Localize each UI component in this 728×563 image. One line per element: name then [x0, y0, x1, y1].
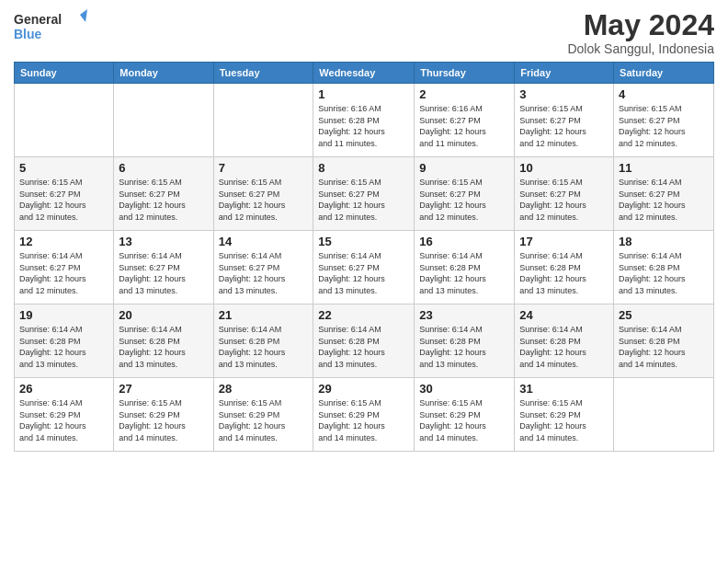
week-row-4: 26Sunrise: 6:14 AM Sunset: 6:29 PM Dayli… — [15, 378, 714, 452]
header-monday: Monday — [114, 63, 213, 84]
header: General Blue May 2024 Dolok Sanggul, Ind… — [14, 9, 714, 56]
calendar-cell-4-4: 30Sunrise: 6:15 AM Sunset: 6:29 PM Dayli… — [415, 378, 515, 452]
day-number: 3 — [519, 87, 609, 101]
logo-svg: General Blue — [14, 9, 87, 42]
day-number: 17 — [519, 235, 609, 248]
day-info: Sunrise: 6:14 AM Sunset: 6:28 PM Dayligh… — [519, 250, 609, 296]
day-info: Sunrise: 6:15 AM Sunset: 6:27 PM Dayligh… — [419, 177, 509, 223]
calendar-cell-1-4: 9Sunrise: 6:15 AM Sunset: 6:27 PM Daylig… — [415, 157, 515, 231]
header-wednesday: Wednesday — [313, 63, 415, 84]
calendar-cell-2-2: 14Sunrise: 6:14 AM Sunset: 6:27 PM Dayli… — [213, 231, 313, 304]
day-info: Sunrise: 6:14 AM Sunset: 6:28 PM Dayligh… — [519, 324, 609, 370]
day-number: 18 — [619, 235, 709, 248]
day-number: 9 — [419, 161, 509, 175]
day-info: Sunrise: 6:14 AM Sunset: 6:28 PM Dayligh… — [19, 324, 108, 370]
day-number: 30 — [419, 382, 509, 396]
calendar-cell-1-3: 8Sunrise: 6:15 AM Sunset: 6:27 PM Daylig… — [313, 157, 415, 231]
header-saturday: Saturday — [614, 63, 714, 84]
day-info: Sunrise: 6:15 AM Sunset: 6:29 PM Dayligh… — [519, 397, 609, 443]
month-title: May 2024 — [567, 9, 714, 41]
day-number: 28 — [219, 382, 309, 396]
day-number: 10 — [519, 161, 609, 175]
day-number: 12 — [19, 235, 108, 248]
day-number: 20 — [119, 308, 208, 322]
header-sunday: Sunday — [15, 63, 114, 84]
calendar-cell-2-6: 18Sunrise: 6:14 AM Sunset: 6:28 PM Dayli… — [614, 231, 714, 304]
week-row-1: 5Sunrise: 6:15 AM Sunset: 6:27 PM Daylig… — [15, 157, 714, 231]
calendar-cell-4-3: 29Sunrise: 6:15 AM Sunset: 6:29 PM Dayli… — [313, 378, 415, 452]
calendar-cell-0-0 — [15, 84, 114, 157]
calendar-cell-3-1: 20Sunrise: 6:14 AM Sunset: 6:28 PM Dayli… — [114, 304, 213, 378]
calendar-cell-1-5: 10Sunrise: 6:15 AM Sunset: 6:27 PM Dayli… — [515, 157, 614, 231]
svg-text:Blue: Blue — [14, 27, 42, 41]
calendar-cell-2-5: 17Sunrise: 6:14 AM Sunset: 6:28 PM Dayli… — [515, 231, 614, 304]
calendar-cell-2-4: 16Sunrise: 6:14 AM Sunset: 6:28 PM Dayli… — [415, 231, 515, 304]
day-number: 27 — [119, 382, 208, 396]
calendar-table: Sunday Monday Tuesday Wednesday Thursday… — [14, 62, 714, 452]
day-info: Sunrise: 6:15 AM Sunset: 6:29 PM Dayligh… — [419, 397, 509, 443]
calendar-cell-0-6: 4Sunrise: 6:15 AM Sunset: 6:27 PM Daylig… — [614, 84, 714, 157]
calendar-cell-4-2: 28Sunrise: 6:15 AM Sunset: 6:29 PM Dayli… — [213, 378, 313, 452]
week-row-3: 19Sunrise: 6:14 AM Sunset: 6:28 PM Dayli… — [15, 304, 714, 378]
day-info: Sunrise: 6:15 AM Sunset: 6:27 PM Dayligh… — [219, 177, 309, 223]
day-info: Sunrise: 6:14 AM Sunset: 6:28 PM Dayligh… — [419, 250, 509, 296]
day-info: Sunrise: 6:14 AM Sunset: 6:28 PM Dayligh… — [619, 250, 709, 296]
day-number: 19 — [19, 308, 108, 322]
calendar-cell-1-0: 5Sunrise: 6:15 AM Sunset: 6:27 PM Daylig… — [15, 157, 114, 231]
day-number: 2 — [419, 87, 509, 101]
day-info: Sunrise: 6:15 AM Sunset: 6:29 PM Dayligh… — [119, 397, 208, 443]
day-info: Sunrise: 6:15 AM Sunset: 6:27 PM Dayligh… — [619, 103, 709, 149]
day-info: Sunrise: 6:16 AM Sunset: 6:27 PM Dayligh… — [419, 103, 509, 149]
header-tuesday: Tuesday — [213, 63, 313, 84]
weekday-header-row: Sunday Monday Tuesday Wednesday Thursday… — [15, 63, 714, 84]
week-row-0: 1Sunrise: 6:16 AM Sunset: 6:28 PM Daylig… — [15, 84, 714, 157]
day-info: Sunrise: 6:14 AM Sunset: 6:27 PM Dayligh… — [619, 177, 709, 223]
day-number: 15 — [318, 235, 409, 248]
day-info: Sunrise: 6:14 AM Sunset: 6:28 PM Dayligh… — [419, 324, 509, 370]
calendar-cell-1-1: 6Sunrise: 6:15 AM Sunset: 6:27 PM Daylig… — [114, 157, 213, 231]
day-number: 31 — [519, 382, 609, 396]
calendar-cell-4-1: 27Sunrise: 6:15 AM Sunset: 6:29 PM Dayli… — [114, 378, 213, 452]
day-info: Sunrise: 6:14 AM Sunset: 6:28 PM Dayligh… — [219, 324, 309, 370]
header-thursday: Thursday — [415, 63, 515, 84]
calendar-cell-2-0: 12Sunrise: 6:14 AM Sunset: 6:27 PM Dayli… — [15, 231, 114, 304]
day-number: 13 — [119, 235, 208, 248]
week-row-2: 12Sunrise: 6:14 AM Sunset: 6:27 PM Dayli… — [15, 231, 714, 304]
day-number: 7 — [219, 161, 309, 175]
calendar-cell-3-6: 25Sunrise: 6:14 AM Sunset: 6:28 PM Dayli… — [614, 304, 714, 378]
day-info: Sunrise: 6:15 AM Sunset: 6:27 PM Dayligh… — [519, 103, 609, 149]
calendar-cell-0-2 — [213, 84, 313, 157]
day-number: 5 — [19, 161, 108, 175]
location: Dolok Sanggul, Indonesia — [567, 41, 714, 56]
day-info: Sunrise: 6:15 AM Sunset: 6:27 PM Dayligh… — [19, 177, 108, 223]
day-number: 6 — [119, 161, 208, 175]
day-number: 16 — [419, 235, 509, 248]
day-number: 21 — [219, 308, 309, 322]
day-info: Sunrise: 6:15 AM Sunset: 6:27 PM Dayligh… — [519, 177, 609, 223]
day-number: 4 — [619, 87, 709, 101]
day-number: 29 — [318, 382, 409, 396]
day-number: 8 — [318, 161, 409, 175]
day-number: 1 — [318, 87, 409, 101]
calendar-cell-3-5: 24Sunrise: 6:14 AM Sunset: 6:28 PM Dayli… — [515, 304, 614, 378]
day-info: Sunrise: 6:14 AM Sunset: 6:27 PM Dayligh… — [19, 250, 108, 296]
header-friday: Friday — [515, 63, 614, 84]
day-number: 23 — [419, 308, 509, 322]
day-info: Sunrise: 6:16 AM Sunset: 6:28 PM Dayligh… — [318, 103, 409, 149]
calendar-cell-3-0: 19Sunrise: 6:14 AM Sunset: 6:28 PM Dayli… — [15, 304, 114, 378]
day-info: Sunrise: 6:14 AM Sunset: 6:27 PM Dayligh… — [318, 250, 409, 296]
calendar-cell-1-6: 11Sunrise: 6:14 AM Sunset: 6:27 PM Dayli… — [614, 157, 714, 231]
calendar-cell-3-3: 22Sunrise: 6:14 AM Sunset: 6:28 PM Dayli… — [313, 304, 415, 378]
day-info: Sunrise: 6:15 AM Sunset: 6:29 PM Dayligh… — [219, 397, 309, 443]
calendar-cell-1-2: 7Sunrise: 6:15 AM Sunset: 6:27 PM Daylig… — [213, 157, 313, 231]
calendar-cell-4-5: 31Sunrise: 6:15 AM Sunset: 6:29 PM Dayli… — [515, 378, 614, 452]
day-info: Sunrise: 6:14 AM Sunset: 6:28 PM Dayligh… — [318, 324, 409, 370]
calendar-cell-4-0: 26Sunrise: 6:14 AM Sunset: 6:29 PM Dayli… — [15, 378, 114, 452]
day-number: 24 — [519, 308, 609, 322]
day-number: 14 — [219, 235, 309, 248]
calendar-cell-0-5: 3Sunrise: 6:15 AM Sunset: 6:27 PM Daylig… — [515, 84, 614, 157]
title-block: May 2024 Dolok Sanggul, Indonesia — [567, 9, 714, 56]
calendar-cell-2-1: 13Sunrise: 6:14 AM Sunset: 6:27 PM Dayli… — [114, 231, 213, 304]
day-info: Sunrise: 6:14 AM Sunset: 6:27 PM Dayligh… — [119, 250, 208, 296]
calendar-cell-0-4: 2Sunrise: 6:16 AM Sunset: 6:27 PM Daylig… — [415, 84, 515, 157]
